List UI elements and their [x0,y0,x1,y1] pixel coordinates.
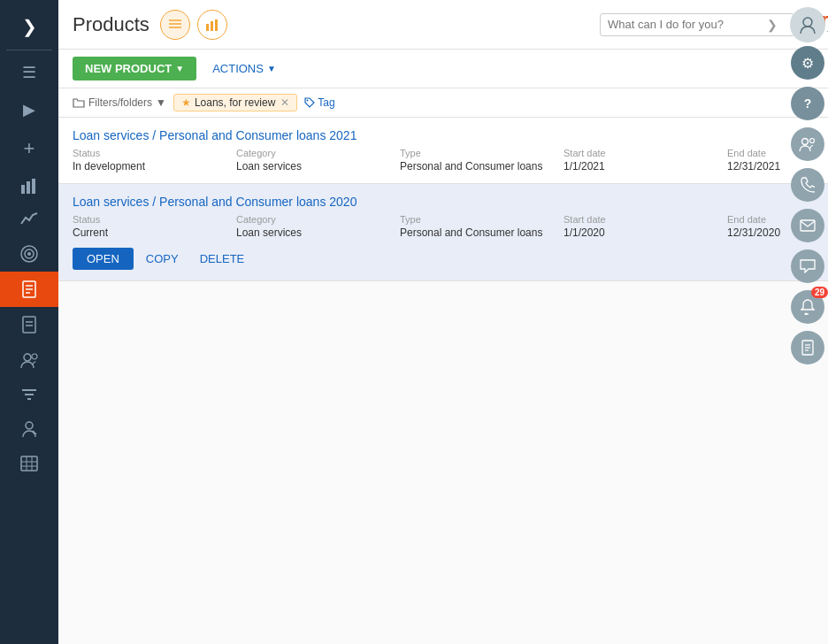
meta-category-2: Category Loan services [236,214,400,239]
sidebar-divider-1 [6,50,53,50]
tag-icon [304,97,315,108]
meta-startdate-2: Start date 1/1/2020 [564,214,727,239]
sidebar-icon-person[interactable] [0,411,58,447]
svg-point-13 [24,354,31,361]
meta-type-2: Type Personal and Consumer loans [400,214,564,239]
filter-bar: Filters/folders ▼ ★ Loans, for review ✕ … [58,88,828,118]
type-label-2: Type [400,214,564,225]
start-date-label-1: Start date [564,148,727,158]
chart-view-toggle[interactable] [197,10,227,40]
filter-tag-text: Loans, for review [195,96,275,109]
actions-label: ACTIONS [212,62,264,75]
actions-button[interactable]: ACTIONS ▼ [203,57,285,80]
svg-rect-35 [801,220,815,231]
meta-status-1: Status In development [73,148,236,172]
svg-rect-1 [27,181,30,194]
tag-button[interactable]: Tag [304,96,334,109]
svg-point-18 [26,422,33,429]
start-date-value-2: 1/1/2020 [564,226,727,239]
sidebar-icon-plus[interactable]: + [0,128,58,169]
svg-point-33 [802,139,809,145]
sidebar-icon-document[interactable] [0,307,58,342]
sidebar-icon-chevron[interactable]: ❯ [0,7,58,46]
sidebar-icon-contacts[interactable] [0,342,58,378]
filters-folders-arrow-icon: ▼ [156,96,166,109]
chat-icon-button[interactable] [791,249,824,283]
svg-rect-30 [215,19,218,31]
filter-tag-icon: ★ [181,96,191,109]
filter-close-icon[interactable]: ✕ [280,96,289,109]
meta-startdate-1: Start date 1/1/2021 [564,148,727,172]
row-actions-2: OPEN COPY DELETE [73,248,828,270]
new-product-button[interactable]: NEW PRODUCT ▼ [73,57,196,80]
product-row-2[interactable]: Loan services / Personal and Consumer lo… [58,184,828,281]
status-value-1: In development [73,160,236,172]
category-value-1: Loan services [236,160,400,172]
filters-folders-label: Filters/folders [88,96,152,109]
svg-rect-10 [23,317,35,333]
people-icon-button[interactable] [791,127,824,161]
meta-status-2: Status Current [73,214,236,239]
svg-point-14 [32,354,37,359]
search-input[interactable] [608,18,767,31]
svg-rect-28 [206,24,209,31]
product-list: Loan services / Personal and Consumer lo… [58,118,828,644]
sidebar: ❯ ☰ ▶ + [0,0,58,644]
sidebar-icon-analytics[interactable] [0,203,58,236]
sidebar-icon-target[interactable] [0,236,58,272]
main-content: Products ❯ Creatio 7.16.2.1600 NEW PRODU… [58,0,828,644]
product-row-1[interactable]: Loan services / Personal and Consumer lo… [58,118,828,184]
product-meta-2: Status Current Category Loan services Ty… [73,214,828,239]
svg-rect-29 [211,21,213,31]
meta-category-1: Category Loan services [236,148,400,172]
new-product-arrow-icon: ▼ [175,64,184,73]
notification-bell-button[interactable]: 29 [791,290,824,324]
category-label-2: Category [236,214,400,225]
header: Products ❯ Creatio 7.16.2.1600 [58,0,828,50]
list-view-toggle[interactable] [160,10,190,40]
category-value-2: Loan services [236,226,400,239]
page-title: Products [73,13,150,36]
sidebar-icon-play[interactable]: ▶ [0,91,58,128]
help-icon-button[interactable]: ? [791,87,824,120]
type-label-1: Type [400,148,564,158]
search-box[interactable]: ❯ [600,13,794,36]
type-value-1: Personal and Consumer loans [400,160,564,172]
category-label-1: Category [236,148,400,158]
report-icon-button[interactable] [791,331,824,364]
phone-icon-button[interactable] [791,168,824,202]
settings-icon-button[interactable]: ⚙ [791,46,824,80]
product-name-1[interactable]: Loan services / Personal and Consumer lo… [73,128,828,142]
meta-type-1: Type Personal and Consumer loans [400,148,564,172]
sidebar-icon-barchart[interactable] [0,169,58,203]
sidebar-icon-document-active[interactable] [0,272,58,307]
search-arrow-icon: ❯ [767,18,778,32]
status-value-2: Current [73,226,236,239]
mail-icon-button[interactable] [791,209,824,242]
type-value-2: Personal and Consumer loans [400,226,564,239]
svg-point-31 [307,100,309,102]
product-name-2[interactable]: Loan services / Personal and Consumer lo… [73,195,828,209]
svg-point-32 [803,18,812,27]
open-button[interactable]: OPEN [73,248,134,270]
sidebar-icon-table[interactable] [0,447,58,480]
folder-icon [73,97,85,108]
start-date-value-1: 1/1/2021 [564,160,727,172]
status-label-2: Status [73,214,236,225]
sidebar-icon-menu[interactable]: ☰ [0,54,58,91]
delete-button[interactable]: DELETE [191,248,254,270]
active-filter-tag[interactable]: ★ Loans, for review ✕ [173,94,297,111]
toolbar: NEW PRODUCT ▼ ACTIONS ▼ VIEW ▼ [58,50,828,88]
tag-label-text: Tag [318,96,334,109]
svg-point-37 [805,313,808,316]
product-meta-1: Status In development Category Loan serv… [73,148,828,172]
svg-rect-20 [21,456,37,471]
filters-folders-button[interactable]: Filters/folders ▼ [73,96,166,109]
user-avatar[interactable] [790,7,825,42]
actions-arrow-icon: ▼ [267,64,276,73]
sidebar-icon-filter[interactable] [0,378,58,411]
copy-button[interactable]: COPY [137,248,188,270]
svg-rect-0 [21,185,25,194]
status-label-1: Status [73,148,236,158]
svg-rect-2 [32,179,35,194]
